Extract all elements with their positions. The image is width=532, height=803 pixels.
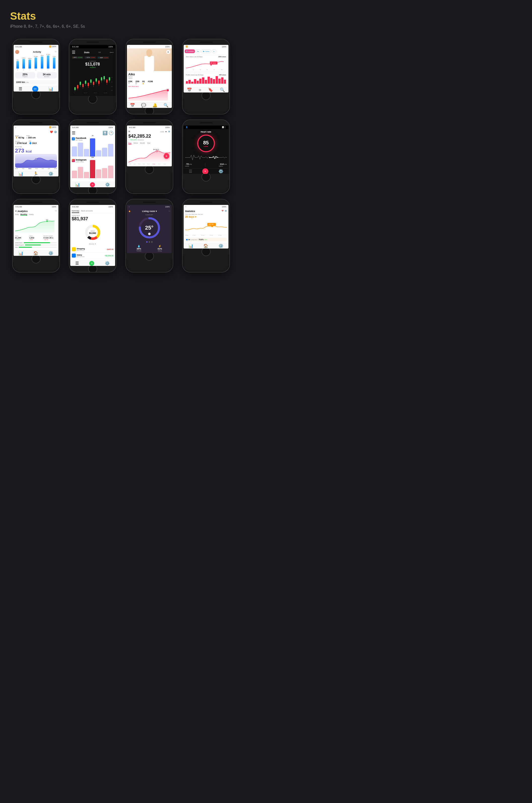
svg-text:12000: 12000 — [111, 77, 112, 78]
settings-icon[interactable]: ⚙️ — [225, 210, 227, 212]
more-icon[interactable]: ⋯ — [110, 50, 114, 55]
session-metric: Session duration 0 min 26 s ↓-10.7% — [43, 235, 57, 240]
nav-icon3[interactable]: ⚙️ — [49, 251, 53, 256]
add-button[interactable]: + — [166, 50, 170, 54]
menu-icon[interactable]: ☰ — [15, 210, 17, 212]
nav-calendar-icon[interactable]: 📅 — [187, 88, 192, 92]
home-indicator — [69, 187, 116, 193]
nav-icon1[interactable]: 📊 — [18, 171, 23, 176]
add-button[interactable]: + — [90, 182, 95, 187]
nav-calendar-icon[interactable]: 📅 — [130, 103, 135, 108]
back-icon[interactable]: ‹ — [186, 206, 186, 208]
menu-icon[interactable]: ⋯ — [169, 210, 170, 212]
home-indicator — [126, 166, 173, 172]
nav-chat-icon[interactable]: 💬 — [141, 103, 146, 108]
views-metric: Views 61,295 ↑+33.2% — [15, 235, 28, 240]
nav-icon2[interactable]: ⚙️ — [105, 182, 110, 187]
phone-top-bar — [69, 39, 116, 45]
computers-legend: 💻 Computers 79.8% 0.6% ↑ — [186, 239, 226, 240]
tab-month[interactable]: Month — [140, 142, 145, 145]
tab-monthly[interactable]: Monthly — [20, 213, 27, 216]
status-bar: 9:41 AM 📶 100% — [14, 45, 58, 49]
stats-icons: 📅 ⚙️ — [222, 210, 227, 212]
home-indicator — [13, 256, 59, 262]
geo-bar-bg — [19, 247, 57, 248]
svg-text:18: 18 — [200, 69, 201, 70]
tab-week[interactable]: Week — [133, 142, 138, 145]
back-icon[interactable]: ‹ — [16, 127, 16, 128]
nav-icon3[interactable]: ⚙️ — [49, 171, 53, 176]
phone-finance: 9:41 AM 100% Summary Bank accounts OVERV… — [67, 199, 118, 273]
phone-speaker — [30, 42, 42, 43]
phone-shell: 📶 100% ⚽ Dribbble Be 🐦 — [182, 39, 230, 114]
tab-behance[interactable]: Be — [196, 50, 201, 53]
nav-icon2[interactable]: 🏠 — [203, 243, 208, 248]
nav-search-icon[interactable]: 🔍 — [164, 103, 169, 108]
salary-amount: +$2,500.00 — [104, 255, 113, 257]
svg-text:6: 6 — [74, 92, 75, 94]
back-icon[interactable]: ‹ — [129, 46, 130, 48]
nav-menu-icon[interactable]: ☰ — [19, 87, 22, 91]
nav-icon1[interactable]: 📊 — [188, 243, 193, 248]
tab-summary[interactable]: Summary — [72, 210, 79, 213]
menu-icon[interactable]: ⋯ — [55, 51, 57, 53]
donut-chart-wrapper: SPENT $3,592 — [72, 224, 114, 241]
tab-dribbble[interactable]: ⚽ Dribbble — [185, 50, 195, 53]
heart-nav-button[interactable]: ♥ — [202, 168, 208, 174]
price-change: +9.54% — [72, 67, 114, 68]
tab-twitter[interactable]: 🐦 Twitter — [201, 50, 211, 53]
status-bar: ‹ 📶 100% — [14, 126, 58, 129]
revenue-change: ↑ +36.23% — [129, 139, 137, 141]
bar-col: 12km T — [40, 55, 44, 71]
xrp-coin[interactable]: ✦ XRP -5.22% — [97, 56, 109, 59]
nav-icon1[interactable]: ☰ — [75, 261, 79, 266]
tab-year[interactable]: Year — [147, 142, 150, 145]
dropdown-icon[interactable]: ▼ — [165, 131, 167, 133]
svg-text:+467.08: +467.08 — [208, 224, 213, 225]
bottom-nav: 📅 ○ 🔖 🔍 — [184, 87, 228, 93]
tab-daily[interactable]: Daily — [15, 213, 19, 216]
menu-icon[interactable]: ☰ — [72, 50, 75, 55]
more-icon[interactable]: ⋯ — [55, 210, 57, 212]
eth-coin[interactable]: Ξ ETH -0.84% — [84, 56, 96, 59]
nav-icon2[interactable]: ⚙️ — [105, 261, 110, 266]
go-button[interactable]: GO — [32, 86, 38, 92]
page-subtitle: iPhone 8, 8+, 7, 7+, 6s, 6s+, 6, 6+, SE,… — [10, 24, 522, 29]
phone-shell: 9:41 AM 100% ☰ Stats 1M ⋯ ₿ BTC +5.54% — [69, 39, 117, 114]
clock-icon[interactable]: 🕐 — [109, 131, 114, 135]
tab-linkedin[interactable]: in — [212, 50, 216, 53]
geo-bar-fill — [19, 247, 32, 248]
svg-rect-15 — [93, 82, 94, 85]
heart-icon[interactable]: ❤️ — [50, 131, 53, 133]
nav-icon2[interactable]: 🏃 — [33, 171, 38, 176]
nav-icon1[interactable]: 📊 — [75, 182, 80, 187]
nav-chart-icon[interactable]: 📊 — [49, 87, 53, 91]
tab-day[interactable]: Day — [129, 142, 132, 145]
nav-icon1[interactable]: ☰ — [189, 169, 192, 174]
settings-icon[interactable]: ⚙️ — [168, 131, 170, 133]
tab-bank[interactable]: Bank accounts — [81, 210, 93, 213]
nav-icon2[interactable]: ⚙️ — [218, 169, 224, 174]
phone-social-views: 9:41 AM 100% ☰ ⬆️ 🕐 f — [67, 119, 118, 194]
btc-coin[interactable]: ₿ BTC +5.54% — [72, 56, 83, 59]
nav-circle-icon[interactable]: ○ — [199, 88, 201, 92]
tab-yearly[interactable]: Yearly — [29, 213, 34, 216]
nav-icon1[interactable]: 📊 — [18, 251, 23, 256]
bar-col: 7km S — [15, 59, 20, 71]
nav-bookmark-icon[interactable]: 🔖 — [208, 88, 213, 92]
menu-icon[interactable]: ☰ — [72, 131, 75, 135]
calendar-icon[interactable]: 📅 — [222, 210, 224, 212]
nav-search-icon[interactable]: 🔍 — [220, 88, 225, 92]
add-button[interactable]: + — [89, 261, 94, 266]
nav-icon3[interactable]: ⚙️ — [218, 243, 224, 248]
add-button[interactable]: + — [164, 153, 169, 159]
day-labels: MON TUE WED THU FRI SAT SUN — [15, 168, 57, 169]
nav-bell-icon[interactable]: 🔔 — [152, 103, 157, 108]
share-icon[interactable]: ⬆️ — [102, 131, 108, 135]
settings-icon[interactable]: ⚙️ — [54, 131, 57, 133]
menu-icon[interactable]: ☰ — [129, 131, 130, 133]
nav-icon2[interactable]: 🏠 — [33, 251, 38, 256]
back-icon[interactable]: ‹ — [129, 206, 130, 208]
profile-chart: 827 — [129, 88, 170, 101]
svg-rect-25 — [106, 80, 107, 83]
